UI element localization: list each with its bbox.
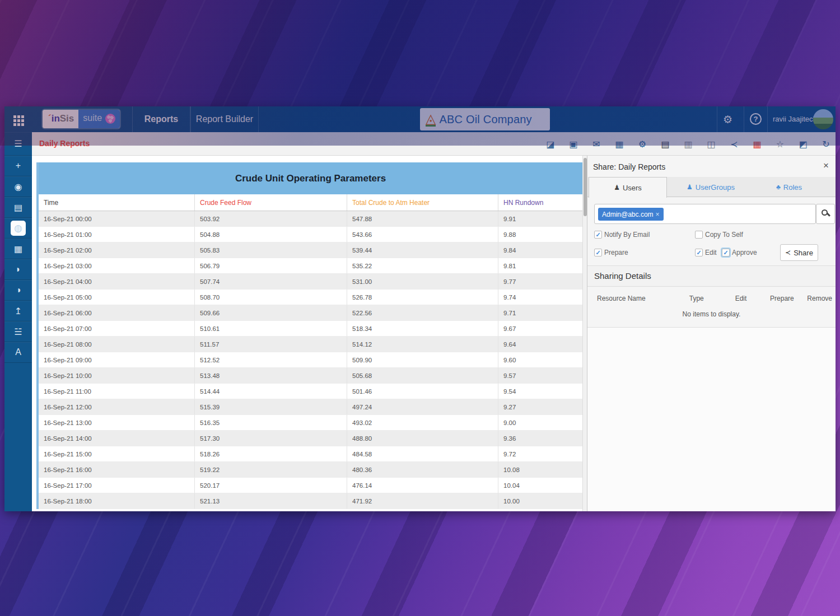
checkbox-label: Copy To Self bbox=[705, 231, 743, 239]
table-row: 16-Sep-21 11:00514.44501.469.54 bbox=[39, 384, 582, 399]
user-name[interactable]: ravii Jaajitech bbox=[773, 115, 817, 123]
table-cell: 16-Sep-21 05:00 bbox=[39, 290, 195, 305]
email-icon[interactable]: ✉ bbox=[591, 139, 601, 150]
sidebar-item-database-icon[interactable]: ▦ bbox=[4, 239, 32, 259]
calendar-icon[interactable]: ▦ bbox=[752, 139, 762, 150]
sidebar-item-menu-icon[interactable]: ☰ bbox=[4, 132, 32, 156]
checkbox-label: Approve bbox=[732, 249, 757, 256]
checkbox-notify-by-email[interactable]: ✓Notify By Email bbox=[594, 231, 695, 239]
column-header: HN Rundown bbox=[498, 194, 582, 211]
tab-daily-reports[interactable]: Daily Reports bbox=[39, 139, 90, 148]
report-header-row: TimeCrude Feed FlowTotal Crude to Atm He… bbox=[39, 194, 582, 211]
checkbox-label: Prepare bbox=[604, 249, 628, 256]
table-cell: 515.39 bbox=[195, 399, 347, 415]
table-cell: 16-Sep-21 17:00 bbox=[39, 478, 195, 493]
sidebar-item-upload-icon[interactable]: ↥ bbox=[4, 301, 32, 321]
delete-icon[interactable]: ◫ bbox=[706, 139, 716, 150]
sidebar-item-preview-icon[interactable]: ◉ bbox=[4, 176, 32, 197]
company-name: ABC Oil Company bbox=[439, 113, 531, 126]
table-cell: 9.57 bbox=[498, 368, 582, 384]
column-header: Total Crude to Atm Heater bbox=[347, 194, 498, 211]
checkbox-copy-to-self[interactable]: Copy To Self bbox=[695, 231, 743, 239]
table-cell: 526.78 bbox=[347, 290, 498, 305]
chip-remove-icon[interactable]: × bbox=[656, 211, 660, 218]
sidebar-item-add-icon[interactable]: + bbox=[4, 156, 32, 176]
table-cell: 16-Sep-21 11:00 bbox=[39, 384, 195, 399]
table-cell: 514.44 bbox=[195, 384, 347, 399]
sidebar-item-log-icon[interactable]: ☱ bbox=[4, 321, 32, 342]
vertical-scrollbar[interactable] bbox=[582, 156, 587, 511]
checkbox-box[interactable]: ✓ bbox=[594, 231, 602, 239]
table-row: 16-Sep-21 03:00506.79535.229.81 bbox=[39, 258, 582, 274]
save-icon[interactable]: ▣ bbox=[568, 139, 578, 150]
checkbox-row: ✓Notify By EmailCopy To Self bbox=[594, 231, 743, 239]
share-icon[interactable]: ≺ bbox=[729, 139, 739, 150]
user-avatar[interactable] bbox=[813, 109, 833, 129]
checkbox-prepare[interactable]: ✓Prepare bbox=[594, 249, 695, 256]
header-divider bbox=[767, 106, 768, 132]
table-cell: 511.57 bbox=[195, 337, 347, 352]
share-button[interactable]: ≺ Share bbox=[780, 244, 818, 261]
checkbox-label: Notify By Email bbox=[604, 231, 650, 239]
checkbox-box[interactable] bbox=[695, 231, 703, 239]
favorite-icon[interactable]: ☆ bbox=[775, 139, 785, 150]
table-row: 16-Sep-21 12:00515.39497.249.27 bbox=[39, 399, 582, 415]
checkbox-box[interactable]: ✓ bbox=[722, 249, 730, 256]
report-table: Crude Unit Operating Parameters TimeCrud… bbox=[36, 162, 582, 509]
paste-icon[interactable]: ◪ bbox=[545, 139, 556, 150]
sidebar-item-report-list-icon[interactable]: ▤ bbox=[4, 197, 32, 218]
logo-insis-text: ´inSis bbox=[43, 110, 78, 128]
table-cell: 517.30 bbox=[195, 431, 347, 446]
checkbox-edit[interactable]: ✓Edit bbox=[695, 249, 722, 256]
table-cell: 9.74 bbox=[498, 290, 582, 305]
columns-icon[interactable]: ▥ bbox=[683, 139, 693, 150]
app-logo[interactable]: ´inSis suite bbox=[43, 110, 120, 128]
table-cell: 514.12 bbox=[347, 337, 498, 352]
sidebar-item-font-icon[interactable]: A bbox=[4, 342, 32, 363]
app-launcher-icon[interactable] bbox=[12, 114, 25, 127]
menu-reports[interactable]: Reports bbox=[132, 106, 190, 132]
table-cell: 9.60 bbox=[498, 352, 582, 368]
copy-icon[interactable]: ◩ bbox=[798, 139, 808, 150]
table-cell: 493.02 bbox=[347, 415, 498, 431]
tab-roles-label: Roles bbox=[783, 183, 802, 192]
checkbox-approve[interactable]: ✓Approve bbox=[722, 249, 757, 256]
checkbox-box[interactable]: ✓ bbox=[594, 249, 602, 256]
checkbox-box[interactable]: ✓ bbox=[695, 249, 703, 256]
selected-user-chip: Admin@abc.com × bbox=[598, 208, 664, 221]
sharing-details-columns: Resource NameTypeEditPrepareRemove bbox=[587, 295, 836, 302]
table-cell: 9.84 bbox=[498, 242, 582, 258]
search-icon bbox=[822, 209, 828, 216]
flower-icon bbox=[105, 114, 115, 124]
table-row: 16-Sep-21 04:00507.74531.009.77 bbox=[39, 274, 582, 290]
settings-icon[interactable]: ⚙ bbox=[637, 139, 647, 150]
help-icon[interactable]: ? bbox=[750, 113, 762, 125]
table-cell: 539.44 bbox=[347, 242, 498, 258]
close-icon[interactable]: × bbox=[823, 160, 829, 171]
refresh-icon[interactable]: ↻ bbox=[821, 139, 831, 150]
table-cell: 522.56 bbox=[347, 305, 498, 321]
table-cell: 531.00 bbox=[347, 274, 498, 290]
table-cell: 10.04 bbox=[498, 478, 582, 493]
table-cell: 513.48 bbox=[195, 368, 347, 384]
tab-roles[interactable]: ♣Roles bbox=[755, 177, 823, 197]
table-icon[interactable]: ▦ bbox=[614, 139, 624, 150]
sidebar-item-comments-icon[interactable]: ◗ bbox=[4, 259, 32, 280]
gear-icon[interactable]: ⚙ bbox=[723, 113, 732, 126]
table-cell: 16-Sep-21 09:00 bbox=[39, 352, 195, 368]
sidebar-item-report-builder-icon[interactable]: ◍ bbox=[4, 218, 32, 239]
report-title: Crude Unit Operating Parameters bbox=[39, 162, 582, 194]
checkbox-label: Edit bbox=[705, 249, 717, 256]
user-search-input[interactable]: Admin@abc.com × bbox=[594, 204, 816, 224]
tab-usergroups[interactable]: ♟UserGroups bbox=[671, 177, 750, 197]
table-cell: 16-Sep-21 10:00 bbox=[39, 368, 195, 384]
tab-usergroups-icon: ♟ bbox=[687, 183, 693, 191]
window-icon[interactable]: ▤ bbox=[660, 139, 670, 150]
table-cell: 16-Sep-21 14:00 bbox=[39, 431, 195, 446]
sidebar-item-web-icon[interactable]: ◑ bbox=[4, 280, 32, 301]
search-button[interactable] bbox=[816, 204, 835, 224]
menu-report-builder[interactable]: Report Builder bbox=[190, 106, 259, 132]
sd-column-resource-name: Resource Name bbox=[597, 295, 689, 302]
tab-users[interactable]: ♟Users bbox=[589, 177, 667, 198]
table-cell: 518.34 bbox=[347, 321, 498, 337]
